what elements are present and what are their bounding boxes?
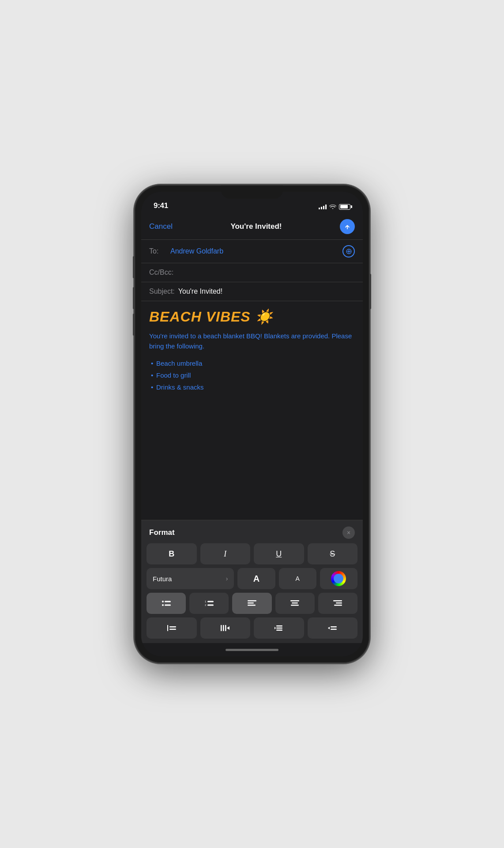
text-style-row: B I U S	[141, 543, 363, 568]
svg-rect-26	[276, 630, 282, 631]
indent-right-button[interactable]	[308, 617, 358, 639]
italic-button[interactable]: I	[200, 543, 251, 564]
home-indicator	[141, 643, 363, 656]
list-item: Beach umbrella	[149, 357, 355, 369]
font-larger-label: A	[253, 574, 260, 584]
svg-rect-5	[207, 601, 214, 602]
svg-rect-1	[165, 601, 171, 602]
compose-title: You're Invited!	[230, 222, 282, 231]
svg-rect-11	[290, 600, 299, 602]
bullet-list: Beach umbrella Food to grill Drinks & sn…	[149, 357, 355, 393]
bold-button[interactable]: B	[147, 543, 197, 564]
signal-icon	[319, 204, 327, 209]
list-indent-icon	[275, 625, 283, 632]
svg-marker-28	[328, 627, 330, 629]
phone-screen: 9:41	[141, 192, 363, 656]
align-center-button[interactable]	[275, 593, 315, 614]
indent-left-button[interactable]	[147, 617, 197, 639]
svg-rect-25	[276, 628, 282, 629]
cancel-button[interactable]: Cancel	[149, 222, 173, 231]
status-time: 9:41	[154, 201, 168, 210]
svg-point-2	[162, 604, 164, 606]
svg-rect-24	[276, 625, 282, 627]
to-field[interactable]: To: Andrew Goldfarb ⊕	[141, 240, 363, 263]
svg-rect-15	[336, 602, 342, 604]
mail-body[interactable]: BEACH VIBES ☀️ You're invited to a beach…	[141, 301, 363, 520]
svg-rect-7	[207, 605, 214, 606]
svg-rect-3	[165, 605, 171, 606]
svg-rect-10	[248, 605, 256, 606]
font-name: Futura	[153, 575, 172, 583]
numbered-list-button[interactable]: 1 2	[189, 593, 229, 614]
align-center-icon	[290, 600, 299, 607]
subject-value: You're Invited!	[178, 288, 222, 295]
send-button[interactable]	[340, 219, 355, 234]
indent-row	[141, 617, 363, 643]
home-bar	[226, 649, 278, 651]
svg-rect-12	[292, 602, 298, 604]
svg-rect-8	[248, 600, 256, 602]
list-indent-button[interactable]	[254, 617, 304, 639]
font-chevron-icon: ›	[226, 575, 228, 582]
indent-left-icon	[167, 625, 176, 632]
cc-field[interactable]: Cc/Bcc:	[141, 263, 363, 282]
subject-field[interactable]: Subject: You're Invited!	[141, 282, 363, 301]
svg-rect-29	[331, 626, 337, 628]
font-smaller-label: A	[296, 575, 300, 582]
font-smaller-button[interactable]: A	[279, 568, 316, 589]
phone-frame: 9:41	[135, 186, 369, 662]
invite-paragraph: You're invited to a beach blanket BBQ! B…	[149, 331, 355, 351]
send-icon	[344, 223, 351, 230]
battery-fill	[340, 205, 348, 208]
svg-rect-20	[221, 625, 222, 631]
align-left-button[interactable]	[232, 593, 271, 614]
svg-rect-18	[169, 626, 176, 628]
cc-label: Cc/Bcc:	[149, 269, 173, 276]
indent-right-icon	[328, 625, 337, 632]
strikethrough-button[interactable]: S	[308, 543, 358, 564]
format-close-button[interactable]: ×	[342, 526, 355, 539]
list-item: Food to grill	[149, 369, 355, 381]
battery-icon	[339, 204, 350, 210]
mail-header: Cancel You're Invited!	[141, 214, 363, 240]
beach-headline: BEACH VIBES ☀️	[149, 308, 355, 325]
format-header: Format ×	[141, 520, 363, 543]
mail-content: Cancel You're Invited! To: Andrew Goldfa…	[141, 214, 363, 656]
svg-rect-13	[291, 605, 299, 606]
format-title: Format	[149, 528, 175, 537]
add-recipient-button[interactable]: ⊕	[342, 245, 355, 257]
svg-rect-21	[223, 625, 224, 631]
font-selector-button[interactable]: Futura ›	[147, 568, 234, 589]
font-larger-button[interactable]: A	[237, 568, 275, 589]
color-selected-dot	[334, 574, 343, 583]
align-row: 1 2	[141, 593, 363, 617]
svg-text:1: 1	[205, 600, 207, 603]
svg-rect-19	[169, 629, 176, 630]
numbered-list-icon: 1 2	[205, 600, 214, 607]
status-icons	[319, 203, 350, 210]
svg-text:2: 2	[205, 604, 207, 606]
columns-icon	[221, 625, 229, 632]
color-wheel-icon	[331, 571, 346, 586]
svg-point-0	[162, 601, 164, 602]
list-item: Drinks & snacks	[149, 381, 355, 393]
bullet-list-icon	[162, 600, 171, 607]
font-row: Futura › A A	[141, 568, 363, 593]
color-picker-button[interactable]	[320, 568, 357, 589]
svg-marker-27	[275, 627, 276, 629]
wifi-icon	[329, 203, 336, 210]
subject-label: Subject:	[149, 288, 175, 295]
align-left-icon	[248, 600, 256, 607]
svg-rect-30	[331, 629, 337, 630]
svg-rect-9	[248, 602, 254, 604]
underline-button[interactable]: U	[254, 543, 304, 564]
svg-rect-14	[333, 600, 342, 602]
align-right-icon	[333, 600, 342, 607]
svg-rect-17	[167, 625, 168, 631]
columns-button[interactable]	[200, 617, 251, 639]
notch	[221, 186, 283, 199]
bullet-list-button[interactable]	[147, 593, 186, 614]
align-right-button[interactable]	[318, 593, 357, 614]
to-label: To:	[149, 247, 167, 255]
format-panel: Format × B I U	[141, 520, 363, 643]
